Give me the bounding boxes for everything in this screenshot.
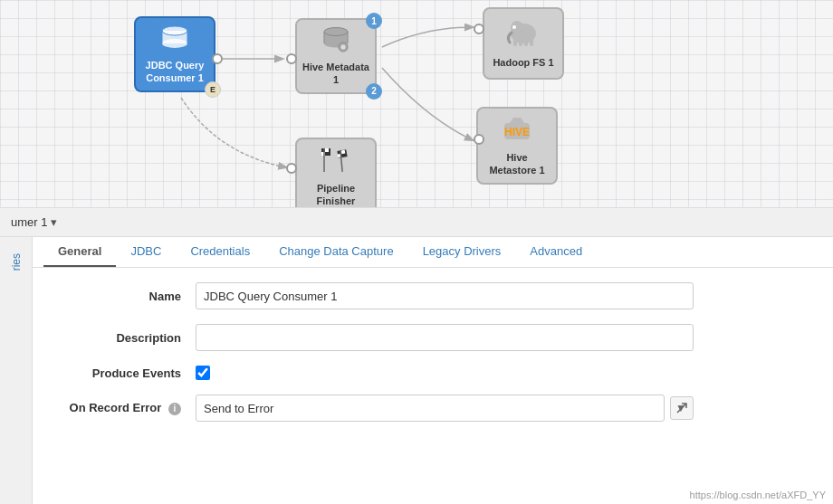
breadcrumb-bar: umer 1 ▾ bbox=[0, 208, 833, 237]
connector-dot[interactable] bbox=[286, 163, 297, 174]
connector-dot[interactable] bbox=[212, 53, 223, 64]
svg-marker-23 bbox=[510, 118, 524, 123]
node-hive-metadata[interactable]: 1 Hive Metadata 1 2 bbox=[295, 18, 377, 94]
node-label: Pipeline FinisherExecutor 1 bbox=[302, 182, 369, 208]
svg-rect-19 bbox=[530, 37, 533, 46]
produce-events-label: Produce Events bbox=[51, 366, 196, 380]
tab-general[interactable]: General bbox=[43, 237, 116, 267]
node-label: Hadoop FS 1 bbox=[493, 56, 553, 69]
tab-jdbc[interactable]: JDBC bbox=[116, 237, 176, 267]
arrows-overlay bbox=[0, 0, 833, 207]
description-row: Description bbox=[51, 324, 815, 351]
svg-rect-28 bbox=[341, 150, 346, 155]
description-label: Description bbox=[51, 331, 196, 345]
svg-point-2 bbox=[162, 39, 187, 48]
flag-icon bbox=[320, 147, 352, 178]
svg-rect-17 bbox=[519, 39, 522, 46]
tab-advanced[interactable]: Advanced bbox=[515, 237, 597, 267]
left-sidebar: ries bbox=[0, 237, 33, 504]
on-record-error-row: On Record Error i Discard Send to Error … bbox=[51, 395, 815, 422]
output-badge-1: 1 bbox=[366, 13, 382, 29]
node-label: Hive Metadata 1 bbox=[302, 61, 369, 87]
node-label: JDBC QueryConsumer 1 bbox=[146, 59, 205, 85]
on-record-error-select[interactable]: Discard Send to Error Stop Pipeline bbox=[196, 395, 665, 422]
connector-dot[interactable] bbox=[474, 134, 484, 145]
on-record-error-select-wrapper: Discard Send to Error Stop Pipeline ▼ bbox=[196, 395, 694, 422]
svg-rect-18 bbox=[524, 39, 528, 46]
svg-text:HIVE: HIVE bbox=[504, 126, 530, 138]
node-pipeline-finisher[interactable]: Pipeline FinisherExecutor 1 bbox=[295, 138, 377, 208]
form-area: Name Description Produce Events On Recor… bbox=[33, 268, 833, 451]
tabs-bar: General JDBC Credentials Change Data Cap… bbox=[33, 237, 833, 268]
connector-dot[interactable] bbox=[286, 53, 297, 64]
watermark: https://blog.csdn.net/aXFD_YY bbox=[690, 490, 826, 500]
node-jdbc-query-consumer[interactable]: JDBC QueryConsumer 1 E bbox=[134, 16, 215, 92]
breadcrumb-caret[interactable]: ▾ bbox=[51, 215, 57, 229]
elephant-icon bbox=[506, 19, 541, 52]
node-label: Hive Metastore 1 bbox=[484, 151, 551, 177]
error-badge: E bbox=[205, 81, 221, 98]
produce-events-checkbox[interactable] bbox=[196, 366, 210, 380]
pipeline-canvas[interactable]: JDBC QueryConsumer 1 E 1 Hive Metadata 1… bbox=[0, 0, 833, 208]
name-input[interactable] bbox=[196, 282, 694, 309]
name-row: Name bbox=[51, 282, 815, 309]
select-external-button[interactable] bbox=[670, 396, 694, 420]
sidebar-label[interactable]: ries bbox=[10, 253, 23, 271]
name-label: Name bbox=[51, 290, 196, 303]
info-icon[interactable]: i bbox=[168, 403, 181, 415]
produce-events-row: Produce Events bbox=[51, 366, 815, 380]
svg-point-13 bbox=[341, 45, 346, 50]
svg-rect-16 bbox=[513, 37, 517, 46]
db-gear-icon bbox=[321, 27, 350, 57]
breadcrumb-label: umer 1 bbox=[11, 215, 47, 229]
main-panel: General JDBC Credentials Change Data Cap… bbox=[33, 237, 833, 451]
tab-change-data-capture[interactable]: Change Data Capture bbox=[264, 237, 407, 267]
connector-dot[interactable] bbox=[474, 24, 484, 34]
svg-point-20 bbox=[512, 25, 516, 29]
svg-rect-25 bbox=[325, 148, 329, 152]
db-icon bbox=[160, 25, 189, 55]
node-hive-metastore[interactable]: HIVE Hive Metastore 1 bbox=[476, 107, 558, 185]
external-link-icon bbox=[676, 403, 687, 414]
hive-icon: HIVE bbox=[501, 116, 533, 147]
tab-legacy-drivers[interactable]: Legacy Drivers bbox=[408, 237, 516, 267]
output-badge-2: 2 bbox=[366, 83, 382, 100]
on-record-error-label: On Record Error i bbox=[51, 401, 196, 415]
description-input[interactable] bbox=[196, 324, 694, 351]
tab-credentials[interactable]: Credentials bbox=[176, 237, 264, 267]
node-hadoop-fs[interactable]: Hadoop FS 1 bbox=[483, 7, 564, 80]
